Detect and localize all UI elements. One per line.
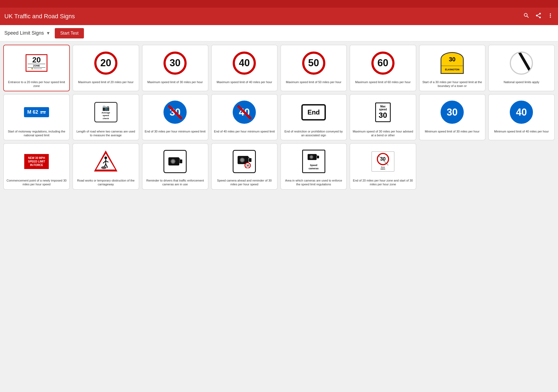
status-bar: [0, 0, 558, 8]
sign-card-end40min[interactable]: 40 End of 40 miles per hour minimum spee…: [211, 94, 278, 141]
sign-description-camera-box: Reminder to drivers that traffic enforce…: [145, 179, 206, 186]
sign-card-min40[interactable]: 40 Minimum speed limit of 40 miles per h…: [488, 94, 555, 141]
min-30-sign: 30: [441, 101, 464, 124]
svg-rect-19: [248, 157, 249, 158]
svg-text:30: 30: [246, 164, 249, 167]
share-icon[interactable]: [535, 12, 542, 20]
sign-card-road-works[interactable]: Road works or temporary obstruction of t…: [72, 143, 139, 190]
sign-description-max30: Maximum speed limit of 30 miles per hour: [147, 80, 203, 84]
sign-visual-max40: 40: [214, 48, 275, 78]
sign-description-max50: Maximum speed limit of 50 miles per hour: [286, 80, 341, 84]
road-works-triangle-svg: [93, 149, 118, 174]
svg-point-2: [104, 156, 107, 159]
sign-visual-min40: 40: [491, 97, 552, 127]
sign-card-motorway[interactable]: M 62 Start of motorway regulations, incl…: [3, 94, 70, 141]
sign-description-zone-ends: End of 20 miles per hour zone and start …: [352, 179, 413, 186]
sign-description-max60: Maximum speed limit of 60 miles per hour: [355, 80, 411, 84]
sign-description-avgspeed: Length of road where two cameras are use…: [75, 129, 136, 137]
sign-visual-zone20: 20 ZONE 🐝 Beesworth: [6, 48, 67, 78]
end-30-min-sign: 30: [163, 101, 187, 124]
sign-card-zone-ends[interactable]: 30 ZoneENDS End of 20 miles per hour zon…: [350, 143, 416, 190]
sign-card-max50[interactable]: 50 Maximum speed limit of 50 miles per h…: [280, 45, 347, 91]
sign-card-elkington[interactable]: 30 ELKINGTON Start of a 30 miles per hou…: [419, 45, 486, 91]
sign-card-zone20[interactable]: 20 ZONE 🐝 Beesworth Entrance to a 20 mil…: [3, 45, 70, 91]
toolbar: UK Traffic and Road Signs: [0, 8, 558, 25]
zone-ends-sign: 30 ZoneENDS: [371, 151, 395, 172]
camera-30-sign: 30: [233, 150, 256, 173]
sign-visual-end30min: 30: [145, 97, 206, 127]
signs-grid: 20 ZONE 🐝 Beesworth Entrance to a 20 mil…: [3, 45, 555, 190]
sign-description-min30: Minimum speed limit of 30 miles per hour: [425, 129, 480, 133]
sign-description-max-speed-box: Maximum speed of 30 miles per hour advis…: [352, 129, 413, 137]
svg-point-11: [171, 160, 175, 163]
sign-visual-end-restriction: End: [283, 97, 344, 127]
sign-card-end30min[interactable]: 30 End of 30 miles per hour minimum spee…: [142, 94, 208, 141]
sign-card-max30[interactable]: 30 Maximum speed limit of 30 miles per h…: [142, 45, 208, 91]
speed-circle-60: 60: [371, 52, 395, 75]
sign-card-speed-cameras[interactable]: Speedcameras Area in which cameras are u…: [280, 143, 347, 190]
sign-card-camera-box[interactable]: Reminder to drivers that traffic enforce…: [142, 143, 208, 190]
sign-description-end40min: End of 40 miles per hour minimum speed l…: [214, 129, 275, 133]
sign-card-min30[interactable]: 30 Minimum speed limit of 30 miles per h…: [419, 94, 486, 141]
avg-speed-sign: 📷 Averagespeedcheck: [94, 102, 117, 122]
sign-description-camera30: Speed camera ahead and reminder of 30 mi…: [214, 179, 275, 186]
sign-card-max60[interactable]: 60 Maximum speed limit of 60 miles per h…: [350, 45, 416, 91]
sign-card-max20[interactable]: 20 Maximum speed limit of 20 miles per h…: [72, 45, 139, 91]
sign-visual-road-works: [75, 146, 136, 176]
sign-visual-min30: 30: [422, 97, 483, 127]
speed-cameras-sign: Speedcameras: [302, 150, 325, 173]
sign-description-max20: Maximum speed limit of 20 miles per hour: [78, 80, 134, 84]
sign-visual-camera30: 30: [214, 146, 275, 176]
sign-visual-motorway: M 62: [6, 97, 67, 127]
svg-rect-25: [317, 156, 319, 158]
svg-rect-12: [180, 159, 182, 163]
sign-description-speed-cameras: Area in which cameras are used to enforc…: [283, 179, 344, 186]
sign-description-max40: Maximum speed limit of 40 miles per hour: [217, 80, 272, 84]
sign-card-end-restriction[interactable]: End End of restriction or prohibition co…: [280, 94, 347, 141]
sign-visual-max20: 20: [75, 48, 136, 78]
signs-grid-container: 20 ZONE 🐝 Beesworth Entrance to a 20 mil…: [0, 41, 558, 193]
sign-card-new-limit[interactable]: NEW 30 MPH SPEED LIMIT IN FORCE Commence…: [3, 143, 70, 190]
sign-description-new-limit: Commencement point of a newly imposed 30…: [6, 179, 67, 186]
sign-visual-national: [491, 48, 552, 78]
elkington-sign: 30 ELKINGTON: [441, 52, 464, 74]
start-test-button[interactable]: Start Test: [55, 28, 84, 38]
sign-visual-max30: 30: [145, 48, 206, 78]
speed-circle-50: 50: [302, 52, 325, 75]
sign-card-max40[interactable]: 40 Maximum speed limit of 40 miles per h…: [211, 45, 278, 91]
end-40-min-sign: 40: [233, 101, 256, 124]
sign-description-road-works: Road works or temporary obstruction of t…: [75, 179, 136, 186]
min-40-sign: 40: [510, 101, 533, 124]
svg-point-8: [101, 166, 107, 169]
camera-box-sign: [163, 150, 187, 173]
svg-rect-26: [316, 155, 317, 156]
sign-visual-max60: 60: [352, 48, 413, 78]
toolbar-icons: [523, 12, 554, 20]
max-speed-box-sign: Maxspeed 30: [375, 102, 391, 122]
end-restriction-sign: End: [301, 104, 326, 120]
sign-description-national: National speed limits apply: [504, 80, 539, 84]
motorway-sign: M 62: [24, 107, 49, 117]
sign-visual-end40min: 40: [214, 97, 275, 127]
sign-visual-elkington: 30 ELKINGTON: [422, 48, 483, 78]
sign-card-national[interactable]: National speed limits apply: [488, 45, 555, 91]
sign-description-end-restriction: End of restriction or prohibition convey…: [283, 129, 344, 137]
sign-card-max-speed-box[interactable]: Maxspeed 30 Maximum speed of 30 miles pe…: [350, 94, 416, 141]
sign-visual-zone-ends: 30 ZoneENDS: [352, 146, 413, 176]
chevron-down-icon: ▼: [46, 31, 50, 36]
speed-circle-20: 20: [94, 52, 117, 75]
sign-card-avgspeed[interactable]: 📷 Averagespeedcheck Length of road where…: [72, 94, 139, 141]
national-speed-sign: [510, 52, 533, 75]
sign-description-zone20: Entrance to a 20 miles per hour speed li…: [6, 80, 67, 88]
sign-visual-avgspeed: 📷 Averagespeedcheck: [75, 97, 136, 127]
search-icon[interactable]: [523, 12, 530, 20]
dropdown-label: Speed Limit Signs: [4, 30, 44, 36]
sign-description-min40: Minimum speed limit of 40 miles per hour: [494, 129, 549, 133]
sign-card-camera30[interactable]: 30 Speed camera ahead and reminder of 30…: [211, 143, 278, 190]
more-options-icon[interactable]: [547, 12, 554, 20]
category-dropdown[interactable]: Speed Limit Signs ▼: [4, 30, 50, 36]
app-title: UK Traffic and Road Signs: [4, 13, 523, 20]
sign-visual-speed-cameras: Speedcameras: [283, 146, 344, 176]
svg-point-17: [241, 158, 244, 162]
zone20-sign: 20 ZONE 🐝 Beesworth: [26, 54, 47, 72]
